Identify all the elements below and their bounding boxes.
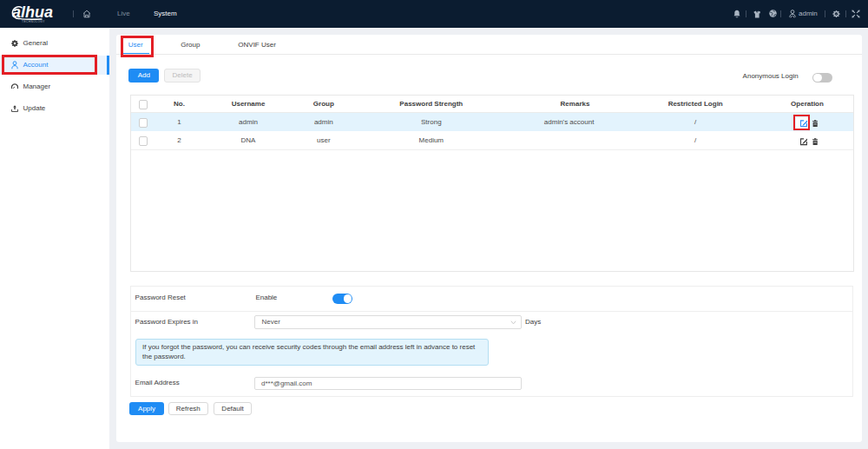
svg-text:TECHNOLOGY: TECHNOLOGY bbox=[22, 20, 45, 23]
